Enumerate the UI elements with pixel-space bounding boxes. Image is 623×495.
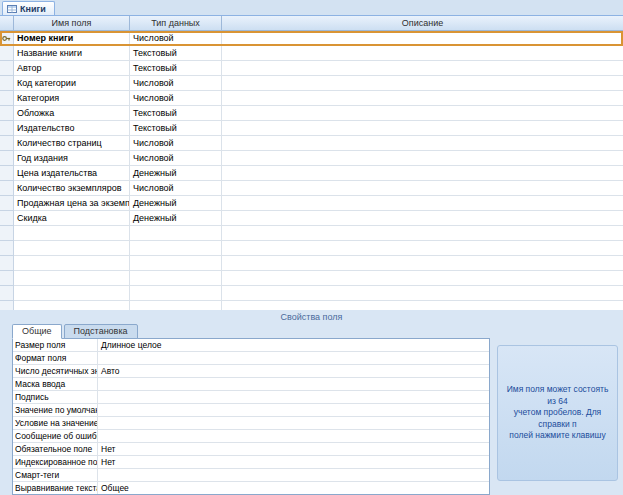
field-type-cell[interactable]: Денежный xyxy=(130,196,222,211)
field-name-cell[interactable]: Количество экземпляров xyxy=(14,181,130,196)
header-field-name[interactable]: Имя поля xyxy=(14,16,130,30)
field-type-cell[interactable] xyxy=(130,241,222,256)
field-type-cell[interactable] xyxy=(130,271,222,286)
row-selector[interactable] xyxy=(0,226,14,241)
field-desc-cell[interactable] xyxy=(222,181,623,196)
field-desc-cell[interactable] xyxy=(222,61,623,76)
row-selector[interactable] xyxy=(0,211,14,226)
field-desc-cell[interactable] xyxy=(222,196,623,211)
field-type-cell[interactable] xyxy=(130,286,222,301)
row-selector[interactable] xyxy=(0,121,14,136)
row-selector[interactable] xyxy=(0,271,14,286)
property-row[interactable]: Число десятичных знаковАвто xyxy=(13,365,489,378)
field-desc-cell[interactable] xyxy=(222,106,623,121)
row-selector[interactable] xyxy=(0,166,14,181)
property-value-input[interactable]: Общее xyxy=(98,482,489,494)
property-value-input[interactable] xyxy=(98,469,489,481)
field-row[interactable]: Количество экземпляровЧисловой xyxy=(0,181,623,196)
property-row[interactable]: Формат поля xyxy=(13,352,489,365)
field-type-cell[interactable]: Текстовый xyxy=(130,46,222,61)
field-name-cell[interactable]: Название книги xyxy=(14,46,130,61)
property-value-input[interactable]: Длинное целое xyxy=(98,339,489,351)
field-desc-cell[interactable] xyxy=(222,121,623,136)
field-name-cell[interactable]: Скидка xyxy=(14,211,130,226)
property-value-input[interactable] xyxy=(98,391,489,403)
field-desc-cell[interactable] xyxy=(222,256,623,271)
property-row[interactable]: Выравнивание текстаОбщее xyxy=(13,482,489,494)
field-desc-cell[interactable] xyxy=(222,91,623,106)
property-value-input[interactable] xyxy=(98,417,489,429)
field-row[interactable]: Цена издательстваДенежный xyxy=(0,166,623,181)
row-selector[interactable] xyxy=(0,61,14,76)
row-selector[interactable] xyxy=(0,151,14,166)
property-row[interactable]: Значение по умолчанию xyxy=(13,404,489,417)
field-name-cell[interactable]: Издательство xyxy=(14,121,130,136)
empty-field-row[interactable] xyxy=(0,256,623,271)
field-desc-cell[interactable] xyxy=(222,151,623,166)
field-type-cell[interactable] xyxy=(130,226,222,241)
field-type-cell[interactable]: Текстовый xyxy=(130,61,222,76)
tab-general[interactable]: Общие xyxy=(12,324,62,339)
row-selector[interactable] xyxy=(0,136,14,151)
row-selector[interactable] xyxy=(0,241,14,256)
tab-lookup[interactable]: Подстановка xyxy=(64,324,138,339)
property-row[interactable]: Индексированное полеНет xyxy=(13,456,489,469)
property-value-input[interactable]: Нет xyxy=(98,456,489,468)
field-type-cell[interactable]: Числовой xyxy=(130,91,222,106)
field-name-cell[interactable]: Номер книги xyxy=(14,31,130,46)
property-row[interactable]: Подпись xyxy=(13,391,489,404)
property-row[interactable]: Смарт-теги xyxy=(13,469,489,482)
row-selector[interactable] xyxy=(0,31,14,46)
field-name-cell[interactable] xyxy=(14,256,130,271)
field-name-cell[interactable]: Продажная цена за экземпля xyxy=(14,196,130,211)
empty-field-row[interactable] xyxy=(0,241,623,256)
property-value-input[interactable]: Нет xyxy=(98,443,489,455)
field-row[interactable]: Название книгиТекстовый xyxy=(0,46,623,61)
empty-field-row[interactable] xyxy=(0,271,623,286)
field-row[interactable]: ИздательствоТекстовый xyxy=(0,121,623,136)
property-value-input[interactable] xyxy=(98,352,489,364)
field-type-cell[interactable]: Денежный xyxy=(130,211,222,226)
field-type-cell[interactable]: Числовой xyxy=(130,76,222,91)
row-selector[interactable] xyxy=(0,46,14,61)
header-data-type[interactable]: Тип данных xyxy=(130,16,222,30)
field-name-cell[interactable] xyxy=(14,286,130,301)
field-name-cell[interactable]: Цена издательства xyxy=(14,166,130,181)
field-name-cell[interactable] xyxy=(14,271,130,286)
field-type-cell[interactable]: Текстовый xyxy=(130,106,222,121)
field-type-cell[interactable]: Числовой xyxy=(130,136,222,151)
field-desc-cell[interactable] xyxy=(222,31,623,46)
field-name-cell[interactable]: Количество страниц xyxy=(14,136,130,151)
property-value-input[interactable]: Авто xyxy=(98,365,489,377)
field-row[interactable]: АвторТекстовый xyxy=(0,61,623,76)
property-row[interactable]: Обязательное полеНет xyxy=(13,443,489,456)
field-desc-cell[interactable] xyxy=(222,76,623,91)
header-description[interactable]: Описание xyxy=(222,16,623,30)
property-row[interactable]: Размер поляДлинное целое xyxy=(13,339,489,352)
field-desc-cell[interactable] xyxy=(222,241,623,256)
field-type-cell[interactable]: Числовой xyxy=(130,181,222,196)
field-name-cell[interactable]: Год издания xyxy=(14,151,130,166)
field-desc-cell[interactable] xyxy=(222,226,623,241)
field-type-cell[interactable] xyxy=(130,256,222,271)
field-row[interactable]: Продажная цена за экземпляДенежный xyxy=(0,196,623,211)
field-type-cell[interactable]: Текстовый xyxy=(130,121,222,136)
row-selector[interactable] xyxy=(0,286,14,301)
field-type-cell[interactable]: Денежный xyxy=(130,166,222,181)
field-desc-cell[interactable] xyxy=(222,286,623,301)
field-row[interactable]: ОбложкаТекстовый xyxy=(0,106,623,121)
row-selector[interactable] xyxy=(0,91,14,106)
field-name-cell[interactable]: Код категории xyxy=(14,76,130,91)
field-name-cell[interactable]: Автор xyxy=(14,61,130,76)
field-row[interactable]: КатегорияЧисловой xyxy=(0,91,623,106)
field-row[interactable]: Код категорииЧисловой xyxy=(0,76,623,91)
field-desc-cell[interactable] xyxy=(222,211,623,226)
field-name-cell[interactable] xyxy=(14,226,130,241)
row-selector[interactable] xyxy=(0,181,14,196)
property-value-input[interactable] xyxy=(98,404,489,416)
field-desc-cell[interactable] xyxy=(222,166,623,181)
field-name-cell[interactable]: Обложка xyxy=(14,106,130,121)
row-selector[interactable] xyxy=(0,256,14,271)
property-value-input[interactable] xyxy=(98,430,489,442)
field-row[interactable]: Количество страницЧисловой xyxy=(0,136,623,151)
